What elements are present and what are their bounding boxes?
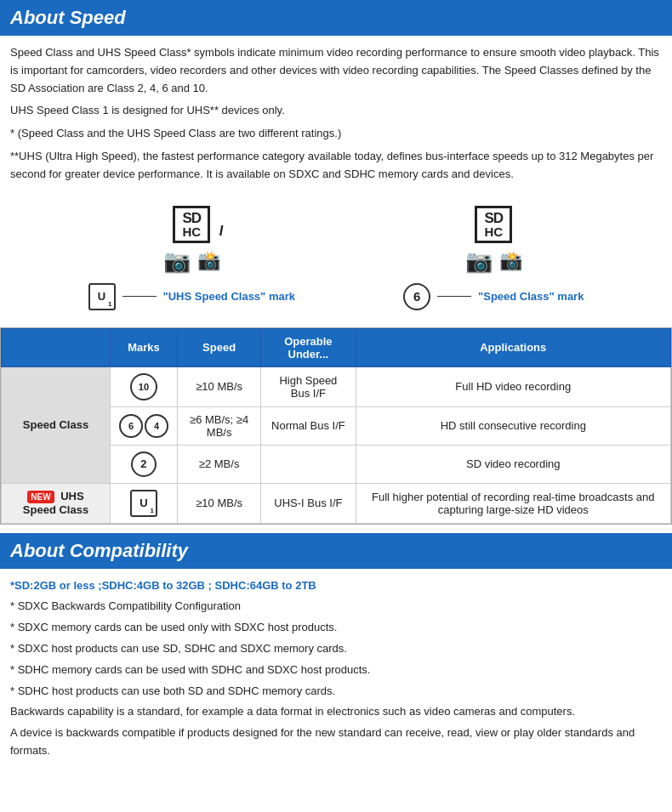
app-uhs: Full higher potential of recording real-… bbox=[356, 483, 671, 523]
table-header-row: Marks Speed Operable Under... Applicatio… bbox=[2, 328, 671, 366]
col-operable: Operable Under... bbox=[261, 328, 356, 366]
speed-para4: **UHS (Ultra High Speed), the fastest pe… bbox=[10, 148, 662, 184]
mark-64: 6 4 bbox=[110, 406, 177, 445]
speed-table: Marks Speed Operable Under... Applicatio… bbox=[1, 328, 671, 524]
col-speed: Speed bbox=[177, 328, 260, 366]
mark-circle-4: 4 bbox=[145, 414, 168, 438]
speed-dash bbox=[437, 296, 471, 297]
compat-item-5: Backwards capability is a standard, for … bbox=[10, 703, 662, 721]
uhs-device-icons: 📷 📸 bbox=[163, 248, 220, 275]
col-empty bbox=[2, 328, 111, 366]
mark-2: 2 bbox=[110, 445, 177, 483]
compat-item-2: * SDXC host products can use SD, SDHC an… bbox=[10, 640, 662, 658]
table-row-10: Speed Class 10 ≥10 MB/s High Speed Bus I… bbox=[2, 366, 671, 406]
camera-icon: 📸 bbox=[197, 250, 220, 272]
compat-colored-text: *SD:2GB or less ;SDHC:4GB to 32GB ; SDHC… bbox=[10, 577, 662, 595]
uhs-mark-row: U 1 "UHS Speed Class" mark bbox=[88, 283, 295, 310]
speed-class-mark: 6 bbox=[403, 283, 430, 310]
uhs-dash bbox=[122, 296, 157, 297]
mark-10: 10 bbox=[110, 366, 177, 406]
mark-circle-2: 2 bbox=[131, 451, 157, 477]
new-badge: NEW bbox=[27, 491, 54, 503]
uhs-logo-group: SD HC I 📷 📸 U 1 "UHS Speed Class" mark bbox=[88, 206, 295, 310]
mark-circle-6: 6 bbox=[119, 414, 143, 438]
compat-content: *SD:2GB or less ;SDHC:4GB to 32GB ; SDHC… bbox=[0, 569, 672, 772]
speed-mark-label: "Speed Class" mark bbox=[478, 290, 584, 303]
operable-uhs: UHS-I Bus I/F bbox=[261, 483, 356, 523]
camcorder-icon: 📷 bbox=[163, 248, 191, 275]
speed-mark-row: 6 "Speed Class" mark bbox=[403, 283, 584, 310]
about-speed-content: Speed Class and UHS Speed Class* symbols… bbox=[0, 36, 672, 197]
compat-item-1: * SDXC memory cards can be used only wit… bbox=[10, 619, 662, 637]
speed-para1: Speed Class and UHS Speed Class* symbols… bbox=[10, 44, 662, 97]
col-applications: Applications bbox=[356, 328, 671, 366]
about-speed-header: About Speed bbox=[0, 0, 672, 36]
mark-circle-64-group: 6 4 bbox=[119, 414, 168, 438]
app-10b: HD still consecutive recording bbox=[356, 406, 671, 445]
mark-circle-u: U1 bbox=[130, 490, 157, 517]
mark-uhs: U1 bbox=[110, 483, 177, 523]
uhs-i-label: I bbox=[219, 224, 223, 239]
compat-item-4: * SDHC host products can use both SD and… bbox=[10, 683, 662, 701]
speed-2: ≥2 MB/s bbox=[177, 445, 260, 483]
speed-class-row-header: Speed Class bbox=[2, 366, 111, 483]
about-compat-header: About Compatibility bbox=[0, 533, 672, 569]
speed-para3: * (Speed Class and the UHS Speed Class a… bbox=[10, 125, 662, 143]
uhs-row-header: NEW UHS Speed Class bbox=[2, 483, 111, 523]
speed-camera-icon: 📸 bbox=[499, 250, 522, 272]
speed-64: ≥6 MB/s; ≥4 MB/s bbox=[177, 406, 260, 445]
app-2: SD video recording bbox=[356, 445, 671, 483]
operable-64: Normal Bus I/F bbox=[261, 406, 356, 445]
operable-2 bbox=[261, 445, 356, 483]
uhs-speed-mark: U 1 bbox=[88, 283, 116, 310]
speed-logo-group: SD HC 📷 📸 6 "Speed Class" mark bbox=[403, 206, 584, 310]
speed-table-wrapper: Marks Speed Operable Under... Applicatio… bbox=[0, 327, 672, 525]
compat-item-0: * SDXC Backwards Compatibility Configura… bbox=[10, 598, 662, 616]
sdhc-logo-uhs: SD HC I bbox=[173, 206, 210, 243]
uhs-mark-label: "UHS Speed Class" mark bbox=[163, 290, 295, 303]
col-marks: Marks bbox=[110, 328, 177, 366]
speed-para2: UHS Speed Class 1 is designed for UHS** … bbox=[10, 102, 662, 120]
logo-area: SD HC I 📷 📸 U 1 "UHS Speed Class" mark S… bbox=[0, 197, 672, 319]
mark-circle-10: 10 bbox=[130, 373, 157, 400]
speed-uhs: ≥10 MB/s bbox=[177, 483, 260, 523]
app-10a: Full HD video recording bbox=[356, 366, 671, 406]
sdhc-logo-speed: SD HC bbox=[475, 206, 512, 243]
compat-item-3: * SDHC memory cards can be used with SDH… bbox=[10, 662, 662, 679]
table-row-uhs: NEW UHS Speed Class U1 ≥10 MB/s UHS-I Bu… bbox=[2, 483, 671, 523]
speed-camcorder-icon: 📷 bbox=[465, 248, 493, 275]
speed-10: ≥10 MB/s bbox=[177, 366, 260, 406]
speed-device-icons: 📷 📸 bbox=[465, 248, 522, 275]
compat-item-6: A device is backwards compatible if prod… bbox=[10, 724, 662, 760]
operable-10: High Speed Bus I/F bbox=[261, 366, 356, 406]
